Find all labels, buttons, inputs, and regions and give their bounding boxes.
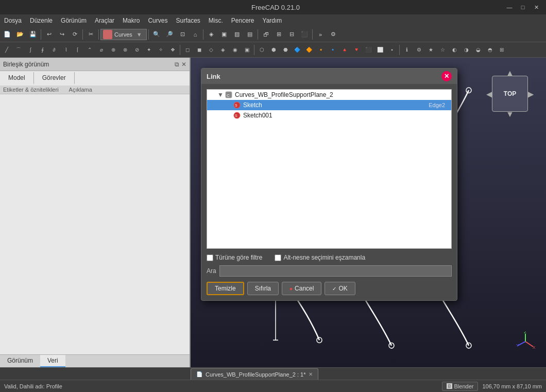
tool-sketch5[interactable]: ⊗ <box>120 44 131 56</box>
file-tab[interactable]: 📄 Curves_WB_ProfileSupportPlane_2 : 1* ✕ <box>191 368 318 380</box>
tool-extra8[interactable]: ◓ <box>484 44 496 56</box>
tool-curve3[interactable]: ∂ <box>48 44 60 56</box>
new-button[interactable]: 📄 <box>1 28 13 41</box>
tool-sketch3[interactable]: ⌀ <box>96 44 107 56</box>
tool-curve2[interactable]: ∮ <box>37 44 48 56</box>
tool-sketch4[interactable]: ⊕ <box>108 44 119 56</box>
zoom-fit-all[interactable]: 🗗 <box>260 28 272 41</box>
tool-sketch1[interactable]: ⌈ <box>72 44 83 56</box>
tool-line[interactable]: ╱ <box>1 44 12 56</box>
file-tab-close[interactable]: ✕ <box>309 371 313 377</box>
view-front[interactable]: ▣ <box>218 28 230 41</box>
ok-button[interactable]: ✓ OK <box>325 282 355 295</box>
tool-extra7[interactable]: ◒ <box>472 44 484 56</box>
menu-makro[interactable]: Makro <box>118 14 144 27</box>
menu-yardim[interactable]: Yardım <box>259 14 286 27</box>
tool-surface4[interactable]: ◈ <box>217 44 229 56</box>
tool-misc8[interactable]: 🔺 <box>339 44 350 56</box>
tool-sketch6[interactable]: ⊘ <box>131 44 143 56</box>
more-btn[interactable]: » <box>314 28 327 41</box>
filter-checkbox[interactable] <box>207 254 213 261</box>
reset-button[interactable]: Sıfırla <box>247 282 279 295</box>
cut-button[interactable]: ✂ <box>84 28 97 41</box>
tool-misc9[interactable]: 🔻 <box>351 44 362 56</box>
close-button[interactable]: ✕ <box>532 3 541 12</box>
tool-curve4[interactable]: ⌇ <box>60 44 72 56</box>
tool-misc7[interactable]: 🔹 <box>327 44 338 56</box>
menu-misc[interactable]: Misc. <box>204 14 227 27</box>
view-side[interactable]: ▨ <box>231 28 243 41</box>
tree-row-root[interactable]: ▼ C Curves_WB_ProfileSupportPlane_2 <box>207 90 451 100</box>
tool-sketch2[interactable]: ⌃ <box>84 44 95 56</box>
bottom-tab-gorunum[interactable]: Görünüm <box>0 355 40 367</box>
tab-gorevler[interactable]: Görevler <box>34 72 75 84</box>
tool-extra4[interactable]: ☆ <box>437 44 448 56</box>
tool-surface3[interactable]: ◇ <box>206 44 217 56</box>
tool-misc2[interactable]: ⬢ <box>268 44 279 56</box>
view-zoom-in[interactable]: 🔍 <box>150 28 163 41</box>
tool-surface2[interactable]: ◼ <box>194 44 205 56</box>
tool-extra3[interactable]: ★ <box>425 44 436 56</box>
tool-misc1[interactable]: ⬡ <box>256 44 267 56</box>
tool-extra2[interactable]: ⚙ <box>413 44 424 56</box>
panel-float-icon[interactable]: ⧉ <box>175 61 179 68</box>
tool-misc12[interactable]: ▪ <box>386 44 398 56</box>
tool-arc[interactable]: ⌒ <box>13 44 24 56</box>
menu-araclar[interactable]: Araçlar <box>91 14 118 27</box>
tree-row-sketch[interactable]: S Sketch Edge2 <box>207 100 451 110</box>
tool-sketch9[interactable]: ❖ <box>167 44 178 56</box>
view-shade[interactable]: ⬛ <box>298 28 311 41</box>
view-select[interactable]: ⊞ <box>272 28 285 41</box>
sync-checkbox[interactable] <box>275 254 281 261</box>
clear-button[interactable]: Temizle <box>207 282 244 295</box>
menu-gorunum[interactable]: Görünüm <box>57 14 91 27</box>
maximize-button[interactable]: □ <box>518 3 527 12</box>
tool-misc5[interactable]: 🔶 <box>303 44 315 56</box>
menu-pencere[interactable]: Pencere <box>227 14 259 27</box>
refresh-button[interactable]: ⟳ <box>69 28 81 41</box>
tool-extra1[interactable]: ℹ <box>401 44 413 56</box>
view-3d[interactable]: ◈ <box>205 28 217 41</box>
open-button[interactable]: 📂 <box>14 28 26 41</box>
settings-btn[interactable]: ⚙ <box>327 28 339 41</box>
view-fit[interactable]: ⊡ <box>176 28 189 41</box>
tool-extra9[interactable]: ⊞ <box>496 44 507 56</box>
tool-sketch8[interactable]: ✧ <box>155 44 166 56</box>
view-wire[interactable]: ⊟ <box>285 28 298 41</box>
blender-status[interactable]: 🅱 Blender <box>442 382 479 391</box>
menu-surfaces[interactable]: Surfaces <box>172 14 204 27</box>
sync-checkbox-label[interactable]: Alt-nesne seçimini eşzamanla <box>275 254 365 261</box>
tool-surface5[interactable]: ◉ <box>229 44 241 56</box>
save-button[interactable]: 💾 <box>27 28 39 41</box>
menu-dosya[interactable]: Dosya <box>0 14 26 27</box>
tool-misc4[interactable]: 🔷 <box>292 44 303 56</box>
tool-misc3[interactable]: ⬣ <box>280 44 291 56</box>
minimize-button[interactable]: — <box>505 3 514 12</box>
tool-extra6[interactable]: ◑ <box>460 44 472 56</box>
tool-misc11[interactable]: ⬜ <box>374 44 386 56</box>
view-top[interactable]: ▤ <box>244 28 256 41</box>
tab-model[interactable]: Model <box>0 72 34 84</box>
menu-duzenle[interactable]: Düzenle <box>26 14 57 27</box>
view-zoom-out[interactable]: 🔎 <box>163 28 176 41</box>
redo-button[interactable]: ↪ <box>56 28 68 41</box>
workbench-dropdown[interactable]: Curves ▼ <box>100 29 147 40</box>
menu-curves[interactable]: Curves <box>144 14 172 27</box>
cancel-button[interactable]: ● Cancel <box>282 282 321 295</box>
tool-surface1[interactable]: ◻ <box>182 44 193 56</box>
panel-close-icon[interactable]: ✕ <box>181 61 186 68</box>
tree-row-sketch001[interactable]: S Sketch001 <box>207 110 451 121</box>
tool-misc6[interactable]: 🔸 <box>315 44 327 56</box>
view-home[interactable]: ⌂ <box>189 28 201 41</box>
tool-misc10[interactable]: ⬛ <box>363 44 374 56</box>
tool-sketch7[interactable]: ✦ <box>143 44 155 56</box>
tool-surface6[interactable]: ▣ <box>241 44 252 56</box>
tree-expand-root[interactable]: ▼ <box>217 91 225 98</box>
bottom-tab-veri[interactable]: Veri <box>40 355 65 367</box>
tool-extra5[interactable]: ◐ <box>449 44 460 56</box>
filter-checkbox-label[interactable]: Türüne göre filtre <box>207 254 262 261</box>
search-input[interactable] <box>219 265 452 277</box>
tool-curve1[interactable]: ∫ <box>25 44 36 56</box>
dialog-close-button[interactable]: ✕ <box>441 71 452 81</box>
undo-button[interactable]: ↩ <box>43 28 55 41</box>
